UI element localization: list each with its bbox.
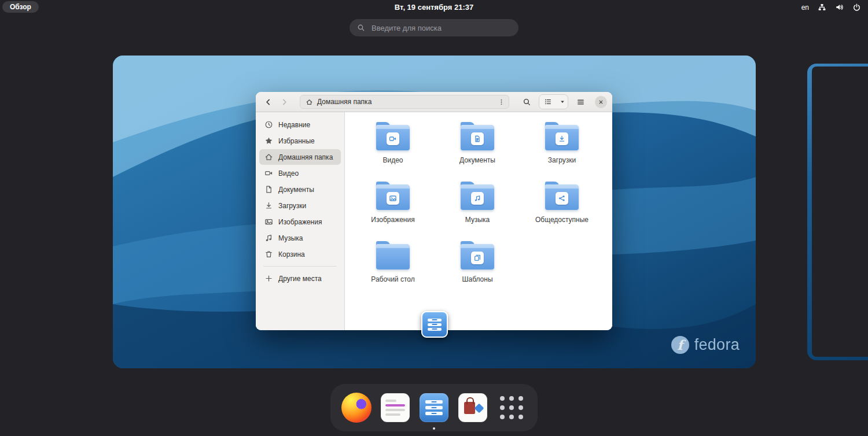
sidebar-item-trash[interactable]: Корзина xyxy=(259,246,341,262)
app-grid-icon xyxy=(500,396,523,419)
folder-label: Музыка xyxy=(465,216,490,224)
share-emblem-icon xyxy=(556,192,568,205)
sidebar-item-other-locations[interactable]: Другие места xyxy=(259,271,341,286)
folder-icon xyxy=(376,125,410,150)
dash-item-calendar[interactable] xyxy=(379,391,411,424)
search-button[interactable] xyxy=(519,94,534,109)
view-options-dropdown[interactable] xyxy=(557,95,568,109)
folder-grid: Видео Документы Загрузки xyxy=(351,120,604,299)
path-menu-button[interactable] xyxy=(495,96,507,108)
document-emblem-icon xyxy=(471,132,484,145)
sidebar-item-starred[interactable]: Избранные xyxy=(259,133,341,149)
calendar-icon xyxy=(381,393,410,422)
system-status-area[interactable]: en xyxy=(801,0,861,14)
power-icon[interactable] xyxy=(852,3,861,12)
sidebar-separator xyxy=(263,266,337,267)
list-view-button[interactable] xyxy=(539,95,557,109)
sidebar-item-music[interactable]: Музыка xyxy=(259,230,341,246)
sidebar-item-pictures[interactable]: Изображения xyxy=(259,214,341,230)
path-label: Домашняя папка xyxy=(317,98,491,106)
folder-item[interactable]: Рабочий стол xyxy=(355,239,431,299)
sidebar-item-documents[interactable]: Документы xyxy=(259,182,341,197)
sidebar-item-videos[interactable]: Видео xyxy=(259,165,341,181)
folder-icon xyxy=(376,184,410,210)
sidebar-item-label: Музыка xyxy=(278,234,303,242)
search-field[interactable] xyxy=(350,19,518,36)
videos-icon xyxy=(264,169,273,178)
sidebar-item-home[interactable]: Домашняя папка xyxy=(259,149,341,165)
overview-button[interactable]: Обзор xyxy=(2,1,39,13)
folder-icon xyxy=(461,184,494,210)
files-window[interactable]: Домашняя папка xyxy=(256,92,612,330)
sidebar-item-label: Корзина xyxy=(278,250,305,258)
files-icon-drawer xyxy=(428,319,442,322)
folder-item[interactable]: Музыка xyxy=(439,180,516,239)
files-sidebar: Недавние Избранные Домашняя папка Видео xyxy=(256,112,345,330)
folder-label: Рабочий стол xyxy=(371,275,414,283)
sidebar-item-label: Видео xyxy=(278,169,299,178)
fedora-logo: f fedora xyxy=(671,336,740,354)
back-button[interactable] xyxy=(261,95,275,109)
sidebar-item-label: Недавние xyxy=(278,121,310,129)
path-bar[interactable]: Домашняя папка xyxy=(300,95,509,109)
folder-icon xyxy=(376,244,410,269)
files-headerbar: Домашняя папка xyxy=(256,92,612,112)
sidebar-item-downloads[interactable]: Загрузки xyxy=(259,198,341,213)
files-icon-drawer xyxy=(428,328,442,331)
menu-button[interactable] xyxy=(573,94,588,109)
music-icon xyxy=(264,234,273,242)
top-bar: Обзор Вт, 19 сентября 21:37 en xyxy=(0,0,868,15)
folder-label: Шаблоны xyxy=(462,275,492,283)
headerbar-controls xyxy=(519,94,607,109)
sidebar-item-label: Другие места xyxy=(278,275,322,283)
folder-label: Общедоступные xyxy=(535,216,589,224)
folder-icon xyxy=(461,244,494,269)
templates-emblem-icon xyxy=(471,252,484,264)
folder-item[interactable]: Шаблоны xyxy=(439,239,516,299)
sidebar-item-label: Избранные xyxy=(278,137,315,145)
folder-label: Видео xyxy=(382,156,403,164)
folder-label: Документы xyxy=(459,156,495,164)
clock-button[interactable]: Вт, 19 сентября 21:37 xyxy=(0,3,868,12)
view-toggle xyxy=(539,94,568,109)
files-icon-drawer xyxy=(428,323,442,326)
volume-icon[interactable] xyxy=(835,3,844,12)
files-content[interactable]: Видео Документы Загрузки xyxy=(345,112,612,330)
close-button[interactable] xyxy=(595,96,607,108)
downloads-icon xyxy=(264,201,273,210)
documents-icon xyxy=(264,185,273,194)
dash-item-software[interactable] xyxy=(457,391,489,424)
folder-icon xyxy=(545,125,579,150)
sidebar-item-label: Документы xyxy=(278,186,314,194)
sidebar-item-label: Изображения xyxy=(278,218,322,226)
keyboard-layout-indicator[interactable]: en xyxy=(801,3,809,12)
dash-item-firefox[interactable] xyxy=(340,391,373,424)
sidebar-item-recent[interactable]: Недавние xyxy=(259,117,341,132)
folder-item[interactable]: Документы xyxy=(439,120,516,180)
dash xyxy=(330,384,538,431)
starred-icon xyxy=(264,136,273,145)
folder-label: Загрузки xyxy=(548,156,576,164)
forward-button[interactable] xyxy=(277,95,291,109)
home-icon xyxy=(264,153,273,161)
files-icon xyxy=(420,393,448,422)
dash-item-app-grid[interactable] xyxy=(495,391,528,424)
workspace-preview[interactable]: Домашняя папка xyxy=(113,56,756,368)
network-icon[interactable] xyxy=(818,3,826,12)
adjacent-workspace-preview[interactable] xyxy=(807,64,868,360)
files-app-badge[interactable] xyxy=(421,311,448,338)
folder-item[interactable]: Видео xyxy=(355,120,431,180)
video-emblem-icon xyxy=(387,132,399,145)
software-icon xyxy=(458,393,487,422)
trash-icon xyxy=(264,250,273,258)
folder-item[interactable]: Изображения xyxy=(355,180,431,239)
home-icon xyxy=(306,98,313,106)
search-input[interactable] xyxy=(370,23,511,33)
dash-item-files[interactable] xyxy=(418,391,450,424)
fedora-logo-icon: f xyxy=(671,336,689,354)
image-emblem-icon xyxy=(387,192,399,205)
folder-item[interactable]: Общедоступные xyxy=(524,180,600,239)
sidebar-item-label: Домашняя папка xyxy=(278,153,333,161)
folder-icon xyxy=(461,125,494,150)
folder-item[interactable]: Загрузки xyxy=(524,120,600,180)
